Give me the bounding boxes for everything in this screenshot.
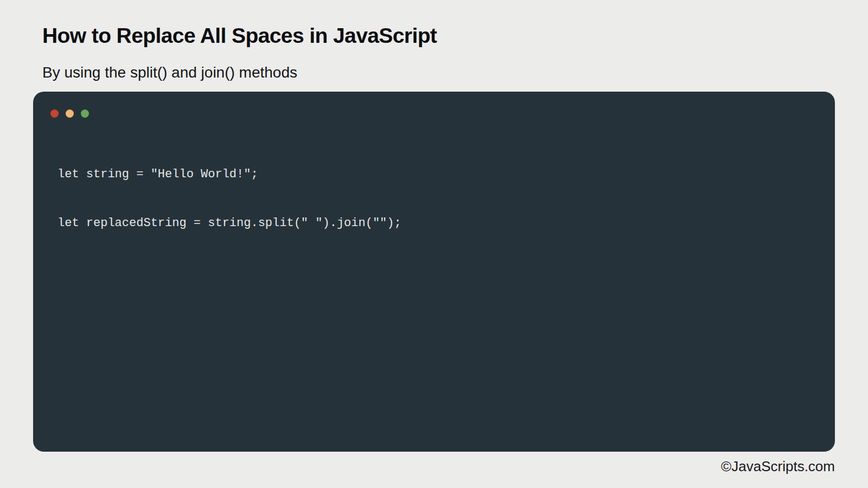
window-controls [50, 110, 89, 118]
minimize-dot-icon [66, 110, 74, 118]
code-line: let replacedString = string.split(" ").j… [58, 215, 401, 232]
code-window: let string = "Hello World!"; let replace… [33, 92, 835, 452]
footer-credit: ©JavaScripts.com [721, 458, 835, 475]
zoom-dot-icon [81, 110, 89, 118]
close-dot-icon [50, 110, 59, 118]
page-title: How to Replace All Spaces in JavaScript [42, 24, 437, 48]
code-line: let string = "Hello World!"; [58, 166, 401, 183]
page-subtitle: By using the split() and join() methods [42, 64, 297, 81]
code-area: let string = "Hello World!"; let replace… [58, 134, 401, 264]
